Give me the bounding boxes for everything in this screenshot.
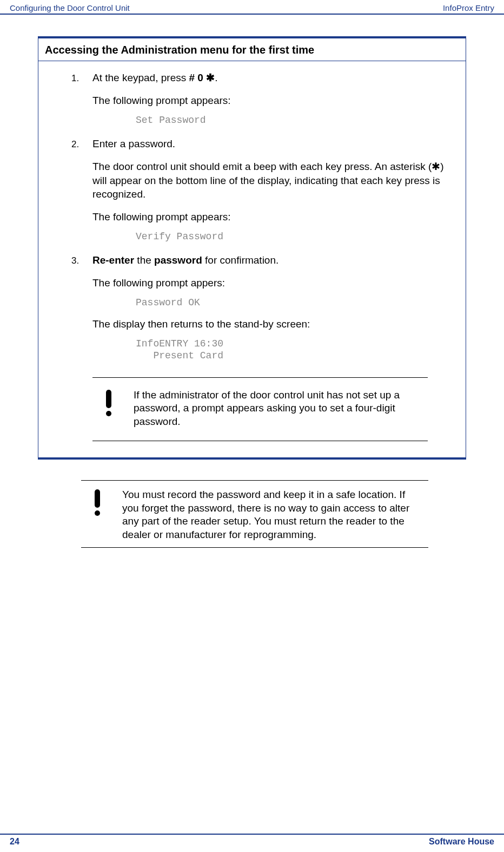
- step-2-para-2: The following prompt appears:: [92, 210, 455, 224]
- step-1-display: Set Password: [136, 114, 455, 127]
- step-3-para-1: The following prompt appers:: [92, 276, 455, 290]
- step-3-display-1: Password OK: [136, 297, 455, 309]
- step-3-display-2: InfoENTRY 16:30 Present Card: [136, 338, 455, 362]
- step-2-text: Enter a password.: [92, 138, 175, 149]
- step-1-lead: At the keypad, press: [92, 72, 189, 83]
- step-3: Re-enter the password for confirmation. …: [82, 253, 455, 362]
- step-2-para-1: The door control unit should emit a beep…: [92, 160, 455, 201]
- step-3-bold-1: Re-enter: [92, 254, 134, 266]
- header-right: InfoProx Entry: [443, 3, 494, 12]
- step-3-bold-2: password: [154, 254, 202, 266]
- step-2-display: Verify Password: [136, 231, 455, 243]
- step-1-tail: .: [215, 72, 217, 83]
- step-3-text: Re-enter the password for confirmation.: [92, 254, 278, 266]
- step-1: At the keypad, press # 0 ✱. The followin…: [82, 71, 455, 126]
- box-body: At the keypad, press # 0 ✱. The followin…: [38, 61, 466, 457]
- step-1-para: The following prompt appears:: [92, 94, 455, 108]
- step-1-command: # 0 ✱: [189, 72, 215, 83]
- footer-brand: Software House: [429, 837, 494, 847]
- exclamation-icon: [102, 390, 117, 421]
- page-footer: 24 Software House: [0, 834, 504, 852]
- footer-page-number: 24: [10, 837, 19, 847]
- exclamation-icon: [91, 489, 106, 519]
- content-area: Accessing the Administration menu for th…: [0, 15, 504, 548]
- step-3-post: for confirmation.: [202, 254, 279, 266]
- page-header: Configuring the Door Control Unit InfoPr…: [0, 0, 504, 15]
- step-list: At the keypad, press # 0 ✱. The followin…: [49, 71, 455, 362]
- svg-point-3: [95, 510, 100, 516]
- step-1-text: At the keypad, press # 0 ✱.: [92, 72, 217, 83]
- svg-rect-0: [106, 390, 111, 408]
- step-2: Enter a password. The door control unit …: [82, 137, 455, 243]
- instruction-box: Accessing the Administration menu for th…: [38, 36, 466, 460]
- svg-rect-2: [95, 489, 100, 508]
- note-inside: If the administrator of the door control…: [92, 377, 428, 441]
- step-3-para-2: The display then returns to the stand-by…: [92, 317, 455, 331]
- box-title: Accessing the Administration menu for th…: [38, 38, 466, 61]
- note-outside-text: You must record the password and keep it…: [122, 488, 423, 542]
- svg-point-1: [106, 411, 111, 416]
- step-3-mid: the: [134, 254, 154, 266]
- note-inside-text: If the administrator of the door control…: [134, 389, 422, 429]
- note-outside: You must record the password and keep it…: [81, 480, 428, 548]
- page: Configuring the Door Control Unit InfoPr…: [0, 0, 504, 852]
- header-left: Configuring the Door Control Unit: [10, 3, 130, 12]
